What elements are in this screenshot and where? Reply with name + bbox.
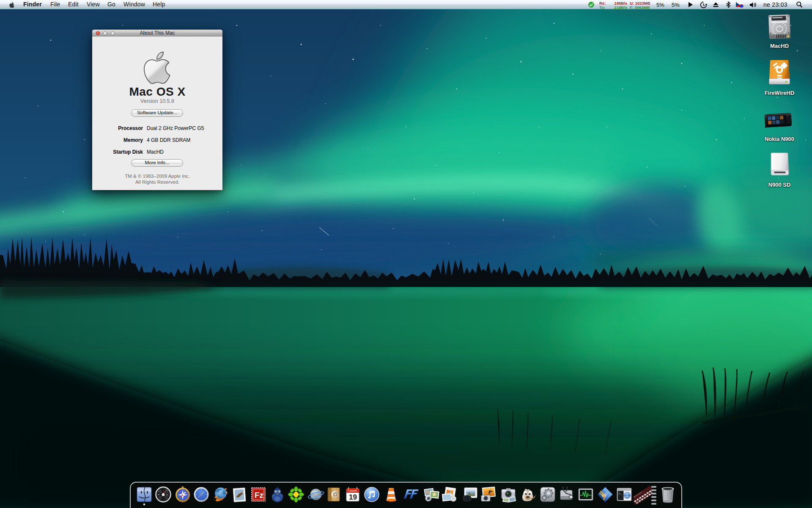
svg-text:>_: >_ (618, 492, 622, 495)
svg-text:Fz: Fz (255, 491, 263, 500)
svg-text:19: 19 (349, 493, 357, 501)
svg-text:2. prosinec: 2. prosinec (348, 490, 357, 492)
svg-text:@: @ (333, 491, 339, 498)
